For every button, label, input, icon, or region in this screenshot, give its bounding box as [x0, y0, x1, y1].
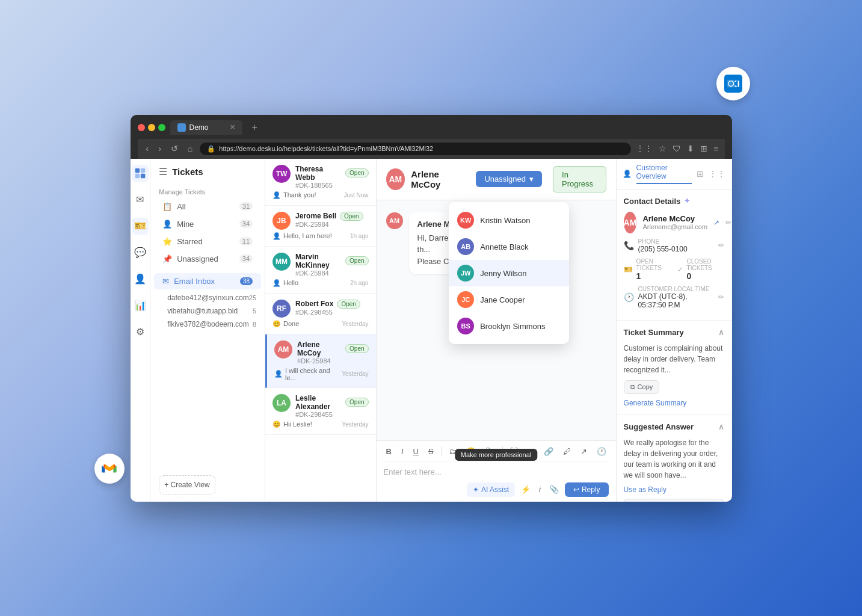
traffic-lights: [138, 124, 165, 131]
dropdown-item-0[interactable]: KW Kristin Watson: [449, 207, 569, 233]
bold-button[interactable]: B: [384, 446, 394, 457]
person-icon: 👤: [623, 170, 632, 178]
tab-favicon: [177, 123, 186, 132]
agent-avatar-2: JW: [457, 265, 474, 282]
browser-window: Demo ✕ + ‹ › ↺ ⌂ 🔒 https://demo.desku.io…: [131, 115, 732, 502]
ticket-id-2: #DK-25984: [295, 270, 369, 277]
editor-input[interactable]: Enter text here...: [384, 465, 609, 479]
settings-sidebar-icon[interactable]: ⚙: [132, 324, 149, 340]
ticket-name-2: Marvin McKinney: [295, 253, 342, 270]
bookmark-icon[interactable]: ☆: [659, 144, 667, 153]
open-tickets-label: OPEN TICKETS: [636, 258, 668, 271]
chevron-down-icon: ▾: [529, 174, 534, 183]
external-link-icon[interactable]: ↗: [713, 218, 719, 227]
edit-time-icon[interactable]: ✏: [718, 293, 724, 301]
suggested-chevron-icon[interactable]: ∧: [718, 422, 724, 431]
create-view-button[interactable]: + Create View: [159, 475, 215, 494]
logo-icon[interactable]: [132, 165, 149, 182]
sub-item-0[interactable]: dafebe412@syinxun.com 25: [150, 291, 265, 304]
italic-editor-button[interactable]: i: [537, 484, 543, 495]
share-button[interactable]: ↗: [578, 446, 590, 457]
unassigned-button[interactable]: Unassigned ▾: [476, 171, 542, 187]
maximize-traffic-light[interactable]: [158, 124, 165, 131]
dropdown-item-3[interactable]: JC Jane Cooper: [449, 286, 569, 313]
ticket-item-5[interactable]: LA Leslie Alexander Open #DK-298455 😊 Hi…: [265, 388, 376, 435]
ticket-time-0: Just Now: [343, 192, 368, 199]
ticket-item-3[interactable]: RF Robert Fox Open #DK-298455 😊 Done Ye: [265, 294, 376, 334]
grid-icon[interactable]: ⊞: [697, 169, 704, 179]
sub-item-label-1: vibetahu@tutuapp.bid: [167, 307, 238, 315]
new-tab-button[interactable]: +: [247, 120, 262, 135]
tab-close-button[interactable]: ✕: [230, 123, 235, 131]
clock-button[interactable]: 🕐: [594, 446, 609, 457]
strikethrough-button[interactable]: S: [426, 446, 436, 457]
extensions-icon[interactable]: ⋮⋮: [636, 144, 653, 153]
nav-item-unassigned[interactable]: 📌 Unassigned 34: [154, 251, 261, 267]
ticket-name-1: Jerome Bell: [295, 212, 336, 220]
sparkle-icon: ✦: [473, 485, 479, 494]
copy-button[interactable]: ⧉ Copy: [624, 380, 660, 394]
forward-button[interactable]: ›: [156, 143, 164, 155]
email-section: ✉ Email Inbox 38 dafebe412@syinxun.com 2…: [150, 273, 265, 332]
sub-item-1[interactable]: vibetahu@tutuapp.bid 5: [150, 304, 265, 318]
chat-sidebar-icon[interactable]: 💬: [132, 244, 149, 261]
link-button[interactable]: 🔗: [541, 446, 556, 457]
nav-label-starred: Starred: [177, 237, 203, 246]
edit-contact-icon[interactable]: ✏: [725, 218, 731, 227]
underline-button[interactable]: U: [411, 446, 421, 457]
email-inbox-item[interactable]: ✉ Email Inbox 38: [154, 273, 261, 289]
ticket-item-0[interactable]: TW Theresa Webb Open #DK-188565 👤 Thank …: [265, 159, 376, 206]
reply-icon: ↩: [573, 485, 579, 494]
customer-overview-tab[interactable]: Customer Overview: [636, 164, 692, 184]
tickets-stats-row: 🎫 OPEN TICKETS 1 ✓ CLOSED TICKETS 0: [624, 258, 725, 281]
reports-sidebar-icon[interactable]: 📊: [132, 297, 149, 314]
ticket-item-1[interactable]: JB Jerome Bell Open #DK-25984 👤 Hello, I…: [265, 206, 376, 247]
tickets-sidebar-icon[interactable]: 🎫: [132, 218, 149, 235]
dropdown-item-1[interactable]: AB Annette Black: [449, 233, 569, 260]
reply-button[interactable]: ↩ Reply: [565, 482, 609, 497]
contact-info: Arlene McCoy Arlenemc@gmail.com: [642, 214, 707, 230]
italic-button[interactable]: I: [399, 446, 406, 457]
ticket-item-2[interactable]: MM Marvin McKinney Open #DK-25984 👤 Hell…: [265, 247, 376, 294]
paint-button[interactable]: 🖊: [561, 446, 573, 457]
panel-header: ☰ Tickets: [150, 159, 265, 185]
address-bar[interactable]: 🔒 https://demo.desku.io/helpdesk/tickets…: [200, 143, 631, 155]
edit-phone-icon[interactable]: ✏: [718, 241, 724, 250]
nav-item-all[interactable]: 📋 All 31: [154, 199, 261, 215]
generate-summary-link[interactable]: Generate Summary: [624, 399, 725, 407]
agent-avatar-3: JC: [457, 291, 474, 308]
contacts-sidebar-icon[interactable]: 👤: [132, 271, 149, 288]
local-time-label: CUSTOMER LOCAL TIME: [638, 286, 714, 292]
dropdown-item-2[interactable]: JW Jenny Wilson: [449, 260, 569, 286]
sub-item-label-0: dafebe412@syinxun.com: [167, 294, 249, 302]
ai-assist-button[interactable]: ✦ AI Assist: [467, 482, 515, 497]
generate-answer-button[interactable]: Generate Answer: [624, 499, 725, 502]
nav-item-mine[interactable]: 👤 Mine 34: [154, 216, 261, 232]
sidebar-icons: ✉ 🎫 💬 👤 📊 ⚙: [131, 159, 151, 502]
refresh-button[interactable]: ↺: [168, 143, 180, 155]
sub-item-2[interactable]: flkive3782@bodeem.com 8: [150, 318, 265, 331]
lightning-button[interactable]: ⚡: [519, 484, 533, 495]
back-button[interactable]: ‹: [144, 143, 152, 155]
nav-item-starred[interactable]: ⭐ Starred 11: [154, 233, 261, 250]
summary-chevron-icon[interactable]: ∧: [718, 328, 724, 337]
home-button[interactable]: ⌂: [185, 143, 195, 155]
ticket-msg-icon-5: 😊: [272, 420, 281, 428]
browser-tab[interactable]: Demo ✕: [170, 120, 242, 135]
paperclip-button[interactable]: 📎: [547, 484, 561, 495]
sub-item-count-1: 5: [253, 307, 256, 315]
minimize-traffic-light[interactable]: [148, 124, 155, 131]
apps-icon[interactable]: ⊞: [700, 144, 707, 153]
ticket-avatar-3: RF: [272, 300, 291, 318]
nav-count-starred: 11: [239, 237, 253, 245]
hamburger-icon[interactable]: ☰: [159, 166, 167, 177]
download-icon[interactable]: ⬇: [687, 144, 694, 153]
apps-grid-icon[interactable]: ⋮⋮: [709, 169, 725, 179]
ticket-item-4[interactable]: AM Arlene McCoy Open #DK-25984 👤 I will …: [265, 334, 376, 388]
inbox-sidebar-icon[interactable]: ✉: [132, 191, 149, 208]
close-traffic-light[interactable]: [138, 124, 145, 131]
ticket-time-3: Yesterday: [342, 321, 368, 327]
dropdown-item-4[interactable]: BS Brooklyn Simmons: [449, 313, 569, 339]
menu-icon[interactable]: ≡: [713, 144, 718, 153]
ticket-msg-icon-0: 👤: [272, 191, 281, 199]
